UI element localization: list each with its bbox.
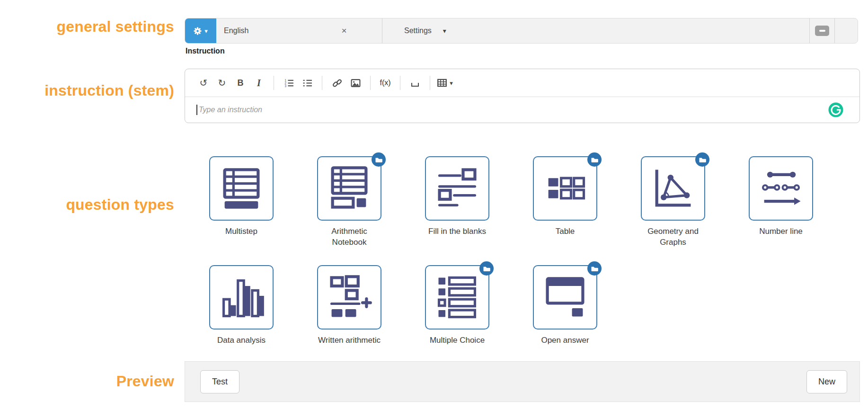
collapse-card-button[interactable] <box>815 26 829 36</box>
italic-button[interactable]: I <box>251 73 267 92</box>
toolbar-divider <box>430 76 430 90</box>
question-type-label: Multiple Choice <box>422 335 493 346</box>
question-type-open-answer[interactable]: Open answer <box>533 265 597 346</box>
toolbar-divider <box>322 76 322 90</box>
number-line-icon <box>756 164 806 213</box>
toolbar-divider <box>370 76 371 90</box>
redo-button[interactable]: ↻ <box>214 73 230 92</box>
question-editor-screen: general settings instruction (stem) ques… <box>0 0 868 410</box>
question-type-label: Geometry and Graphs <box>638 226 709 248</box>
question-type-fill-in-the-blanks[interactable]: Fill in the blanks <box>425 156 489 248</box>
question-type-table[interactable]: Table <box>533 156 597 248</box>
topbar-spacer <box>446 18 809 43</box>
annotation-instruction-stem: instruction (stem) <box>0 82 174 99</box>
settings-label: Settings <box>404 27 432 35</box>
svg-text:3: 3 <box>284 84 286 87</box>
multistep-icon <box>217 164 266 213</box>
close-tab-icon[interactable]: × <box>337 18 351 43</box>
question-type-label: Table <box>530 226 601 237</box>
tile-box <box>749 156 813 221</box>
question-type-arithmetic-notebook[interactable]: Arithmetic Notebook <box>317 156 381 248</box>
bullet-list-icon <box>302 78 312 88</box>
language-tab-english[interactable]: English × <box>216 18 382 43</box>
question-types-grid: Multistep <box>209 156 860 355</box>
open-answer-icon <box>540 273 590 322</box>
toolbar-divider <box>400 76 400 90</box>
formula-button[interactable]: f(x) <box>377 73 393 92</box>
toolbar-divider <box>274 76 274 90</box>
language-tab-label: English <box>224 27 248 35</box>
tile-box <box>317 156 381 221</box>
question-type-label: Fill in the blanks <box>422 226 493 237</box>
undo-icon: ↺ <box>200 77 208 89</box>
table-question-icon <box>540 164 590 213</box>
chevron-down-icon: ▾ <box>443 27 446 35</box>
folder-badge-icon <box>587 261 602 276</box>
tile-box <box>533 156 597 221</box>
annotation-general-settings: general settings <box>0 18 174 36</box>
question-types-row-1: Multistep <box>209 156 813 248</box>
link-button[interactable] <box>329 73 345 92</box>
blank-space-button[interactable] <box>407 73 423 92</box>
folder-badge-icon <box>479 261 494 276</box>
data-analysis-icon <box>217 273 266 322</box>
tile-box <box>209 156 274 221</box>
blank-space-icon <box>411 83 419 87</box>
instruction-editor: ↺ ↻ B I 123 <box>185 69 860 123</box>
topbar-end-segment <box>835 18 858 43</box>
chevron-down-icon: ▾ <box>204 27 208 35</box>
text-cursor <box>196 105 197 115</box>
ordered-list-button[interactable]: 123 <box>281 73 297 92</box>
question-type-number-line[interactable]: Number line <box>749 156 813 248</box>
geometry-and-graphs-icon <box>648 164 698 213</box>
question-type-multiple-choice[interactable]: Multiple Choice <box>425 265 489 346</box>
ordered-list-icon: 123 <box>284 78 294 88</box>
grammarly-icon[interactable] <box>828 102 843 117</box>
table-insert-dropdown-button[interactable]: ▾ <box>437 73 453 92</box>
redo-icon: ↻ <box>218 77 226 89</box>
tile-box <box>425 265 489 330</box>
question-type-label: Data analysis <box>206 335 277 346</box>
folder-badge-icon <box>587 152 602 167</box>
image-button[interactable] <box>347 73 363 92</box>
link-icon <box>332 78 342 88</box>
question-type-written-arithmetic[interactable]: Written arithmetic <box>317 265 381 346</box>
preview-bar: Test New <box>185 361 860 402</box>
tile-box <box>425 156 489 221</box>
question-type-label: Multistep <box>206 226 277 237</box>
instruction-placeholder: Type an instruction <box>199 106 262 114</box>
tile-box <box>317 265 381 330</box>
question-type-data-analysis[interactable]: Data analysis <box>209 265 274 346</box>
tile-box <box>209 265 274 330</box>
annotation-preview: Preview <box>0 373 174 390</box>
editor-toolbar: ↺ ↻ B I 123 <box>185 69 859 97</box>
question-types-row-2: Data analysis <box>209 265 597 346</box>
tile-box <box>641 156 705 221</box>
annotation-question-types: question types <box>0 196 174 214</box>
undo-button[interactable]: ↺ <box>195 73 212 92</box>
settings-gear-dropdown-button[interactable]: ▾ <box>185 18 216 43</box>
minus-icon <box>819 30 825 32</box>
written-arithmetic-icon <box>325 273 374 322</box>
question-type-label: Number line <box>745 226 816 237</box>
card-button-segment <box>810 18 834 43</box>
question-type-multistep[interactable]: Multistep <box>209 156 274 248</box>
question-type-label: Arithmetic Notebook <box>314 226 385 248</box>
bullet-list-button[interactable] <box>299 73 315 92</box>
question-type-geometry-and-graphs[interactable]: Geometry and Graphs <box>641 156 705 248</box>
question-type-label: Written arithmetic <box>314 335 385 346</box>
chevron-down-icon: ▾ <box>450 80 453 87</box>
folder-badge-icon <box>372 152 386 167</box>
settings-dropdown[interactable]: Settings ▾ <box>382 18 446 43</box>
bold-button[interactable]: B <box>232 73 248 92</box>
gear-icon <box>194 27 202 35</box>
arithmetic-notebook-icon <box>325 164 374 213</box>
table-icon <box>437 78 447 88</box>
instruction-text-input[interactable]: Type an instruction <box>185 97 859 123</box>
new-button[interactable]: New <box>806 370 847 393</box>
tile-box <box>533 265 597 330</box>
folder-badge-icon <box>695 152 709 167</box>
fill-in-the-blanks-icon <box>433 164 482 213</box>
test-button[interactable]: Test <box>200 370 239 393</box>
general-settings-bar: ▾ English × Settings ▾ <box>185 18 858 44</box>
